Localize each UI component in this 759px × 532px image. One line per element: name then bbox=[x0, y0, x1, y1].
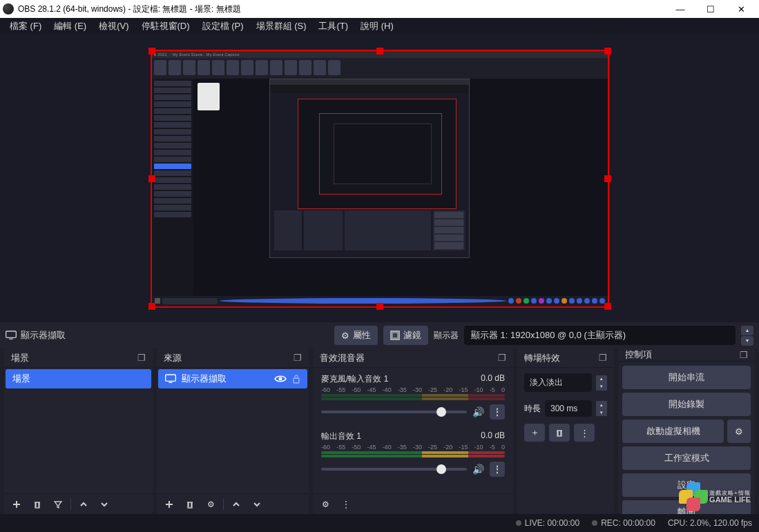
channel-menu-button[interactable]: ⋮ bbox=[490, 404, 505, 420]
resize-handle-bl[interactable] bbox=[148, 303, 155, 310]
preview-canvas[interactable]: ●2022 ··· My Event Scene · My Event Capt… bbox=[152, 51, 608, 306]
mixer-title: 音效混音器 bbox=[320, 352, 365, 364]
resize-handle-br[interactable] bbox=[604, 303, 611, 310]
mixer-dock: 音效混音器 ❐ 麥克風/輸入音效 1 0.0 dB -60-55-50-45-4… bbox=[313, 348, 513, 514]
add-transition-button[interactable]: ＋ bbox=[524, 424, 545, 442]
resize-handle-tl[interactable] bbox=[148, 48, 155, 55]
lock-toggle[interactable] bbox=[292, 374, 300, 384]
live-status: LIVE: 00:00:00 bbox=[516, 518, 579, 528]
filters-button[interactable]: 濾鏡 bbox=[383, 326, 428, 345]
duration-spin[interactable]: ▴▾ bbox=[596, 401, 607, 416]
transition-spin[interactable]: ▴▾ bbox=[596, 375, 607, 391]
meter-bar bbox=[321, 451, 505, 454]
properties-label: 屬性 bbox=[353, 329, 371, 342]
close-button[interactable]: ✕ bbox=[726, 0, 756, 18]
resize-handle-ml[interactable] bbox=[148, 175, 155, 182]
virtual-cam-settings-button[interactable]: ⚙ bbox=[727, 420, 751, 443]
svg-rect-1 bbox=[9, 339, 12, 339]
remove-transition-button[interactable] bbox=[549, 424, 570, 442]
add-scene-button[interactable] bbox=[8, 497, 25, 512]
mixer-channel-desktop: 輸出音效 1 0.0 dB -60-55-50-45-40-35-30-25-2… bbox=[314, 426, 512, 484]
channel-db: 0.0 dB bbox=[481, 431, 505, 442]
source-toolbar: 顯示器擷取 ⚙ 屬性 濾鏡 顯示器 顯示器 1: 1920x1080 @ 0,0… bbox=[0, 322, 759, 348]
source-item-label: 顯示器擷取 bbox=[182, 373, 227, 385]
gear-icon: ⚙ bbox=[341, 331, 349, 341]
menu-edit[interactable]: 編輯 (E) bbox=[48, 18, 92, 35]
speaker-icon[interactable]: 🔊 bbox=[472, 464, 484, 475]
menu-file[interactable]: 檔案 (F) bbox=[4, 18, 47, 35]
svg-rect-3 bbox=[392, 333, 398, 338]
properties-button[interactable]: ⚙ 屬性 bbox=[334, 326, 378, 345]
add-source-button[interactable] bbox=[161, 497, 177, 512]
menu-help[interactable]: 說明 (H) bbox=[355, 18, 399, 35]
monitor-icon bbox=[6, 331, 17, 340]
studio-mode-button[interactable]: 工作室模式 bbox=[622, 446, 751, 470]
visibility-toggle[interactable] bbox=[274, 375, 287, 383]
channel-name: 麥克風/輸入音效 1 bbox=[321, 373, 388, 385]
rec-status: REC: 00:00:00 bbox=[592, 518, 655, 528]
sources-dock: 來源 ❐ 顯示器擷取 ⚙ bbox=[157, 348, 309, 514]
transition-menu-button[interactable]: ⋮ bbox=[574, 424, 595, 442]
minimize-button[interactable]: — bbox=[665, 0, 695, 18]
display-dropdown[interactable]: 顯示器 1: 1920x1080 @ 0,0 (主顯示器) bbox=[464, 326, 736, 345]
svg-rect-7 bbox=[294, 378, 299, 383]
resize-handle-tr[interactable] bbox=[604, 48, 611, 55]
duration-input[interactable]: 300 ms bbox=[545, 400, 592, 417]
channel-db: 0.0 dB bbox=[481, 373, 505, 385]
scene-down-button[interactable] bbox=[96, 497, 113, 512]
transitions-dock: 轉場特效 ❐ 淡入淡出 ▴▾ 時長 300 ms ▴▾ ＋ ⋮ bbox=[517, 348, 614, 514]
settings-button[interactable]: 設定 bbox=[622, 473, 751, 497]
menu-view[interactable]: 檢視(V) bbox=[93, 18, 134, 35]
popout-icon[interactable]: ❐ bbox=[294, 353, 302, 363]
broadcast-icon bbox=[516, 520, 521, 526]
obs-logo-icon bbox=[3, 3, 14, 14]
controls-title: 控制項 bbox=[625, 348, 652, 361]
virtual-cam-button[interactable]: 啟動虛擬相機 bbox=[622, 420, 724, 443]
selected-source-name: 顯示器擷取 bbox=[21, 329, 66, 342]
monitor-icon bbox=[165, 374, 176, 384]
remove-source-button[interactable] bbox=[182, 497, 198, 512]
scene-up-button[interactable] bbox=[75, 497, 92, 512]
menu-tools[interactable]: 工具(T) bbox=[313, 18, 354, 35]
scene-item-label: 場景 bbox=[12, 373, 30, 385]
popout-icon[interactable]: ❐ bbox=[498, 353, 506, 363]
mixer-settings-button[interactable]: ⚙ bbox=[317, 497, 334, 512]
scene-item[interactable]: 場景 bbox=[6, 369, 151, 388]
speaker-icon[interactable]: 🔊 bbox=[472, 406, 484, 417]
scenes-dock: 場景 ❐ 場景 bbox=[4, 348, 153, 514]
popout-icon[interactable]: ❐ bbox=[137, 353, 146, 363]
volume-slider[interactable] bbox=[321, 468, 467, 471]
popout-icon[interactable]: ❐ bbox=[599, 353, 607, 363]
transition-select[interactable]: 淡入淡出 bbox=[524, 373, 592, 392]
resize-handle-tm[interactable] bbox=[376, 48, 383, 55]
menu-profile[interactable]: 設定檔 (P) bbox=[197, 18, 249, 35]
resize-handle-mr[interactable] bbox=[604, 175, 611, 182]
menu-scene-collection[interactable]: 場景群組 (S) bbox=[251, 18, 312, 35]
duration-label: 時長 bbox=[524, 403, 541, 415]
meter-scale: -60-55-50-45-40-35-30-25-20-15-10-50 bbox=[321, 444, 505, 451]
maximize-button[interactable]: ☐ bbox=[695, 0, 726, 18]
channel-menu-button[interactable]: ⋮ bbox=[490, 462, 505, 477]
source-up-button[interactable] bbox=[228, 497, 244, 512]
display-label: 顯示器 bbox=[434, 330, 459, 342]
scene-filter-button[interactable] bbox=[50, 497, 66, 512]
source-down-button[interactable] bbox=[249, 497, 265, 512]
filters-label: 濾鏡 bbox=[403, 329, 421, 342]
mixer-menu-button[interactable]: ⋮ bbox=[338, 497, 354, 512]
source-item[interactable]: 顯示器擷取 bbox=[158, 369, 307, 388]
menu-dock[interactable]: 停駐視窗(D) bbox=[136, 18, 195, 35]
remove-scene-button[interactable] bbox=[29, 497, 46, 512]
display-spinner[interactable]: ▴▾ bbox=[741, 326, 753, 346]
svg-rect-0 bbox=[6, 331, 17, 337]
source-properties-button[interactable]: ⚙ bbox=[202, 497, 219, 512]
start-streaming-button[interactable]: 開始串流 bbox=[622, 366, 751, 389]
start-recording-button[interactable]: 開始錄製 bbox=[622, 393, 751, 416]
resize-handle-bm[interactable] bbox=[376, 303, 383, 310]
popout-icon[interactable]: ❐ bbox=[740, 350, 748, 360]
selected-source-label: 顯示器擷取 bbox=[6, 329, 66, 342]
window-title: OBS 28.1.2 (64-bit, windows) - 設定檔: 無標題 … bbox=[18, 3, 665, 15]
volume-slider[interactable] bbox=[321, 411, 467, 413]
selection-outline[interactable] bbox=[151, 50, 609, 308]
scenes-title: 場景 bbox=[11, 352, 29, 364]
preview-area[interactable]: ●2022 ··· My Event Scene · My Event Capt… bbox=[0, 35, 759, 322]
